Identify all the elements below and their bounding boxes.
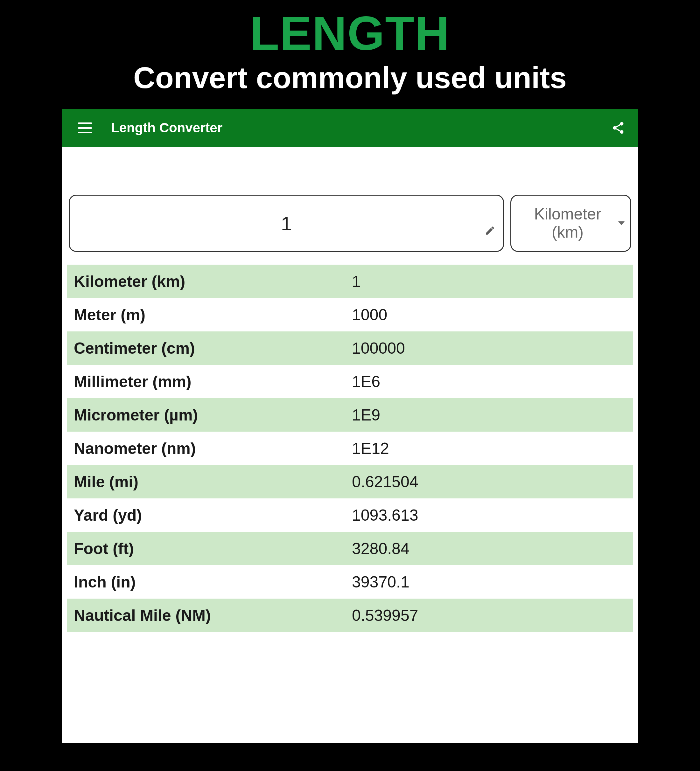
input-row: 1 Kilometer (km) <box>67 195 633 252</box>
value-input-text: 1 <box>281 212 292 235</box>
result-value: 1093.613 <box>350 506 633 524</box>
result-row: Inch (in)39370.1 <box>67 565 633 599</box>
result-row: Nanometer (nm)1E12 <box>67 432 633 465</box>
result-label: Micrometer (µm) <box>67 406 350 424</box>
result-row: Millimeter (mm)1E6 <box>67 365 633 398</box>
result-label: Millimeter (mm) <box>67 372 350 391</box>
result-row: Micrometer (µm)1E9 <box>67 398 633 432</box>
result-label: Yard (yd) <box>67 506 350 524</box>
share-icon[interactable] <box>611 121 625 135</box>
result-row: Yard (yd)1093.613 <box>67 498 633 532</box>
app-bar: Length Converter <box>62 109 638 147</box>
value-input[interactable]: 1 <box>69 195 504 252</box>
result-label: Centimeter (cm) <box>67 339 350 358</box>
hamburger-menu-icon[interactable] <box>78 122 92 133</box>
result-value: 1 <box>350 272 633 291</box>
content-area: 1 Kilometer (km) Kilometer (km)1Meter (m… <box>62 147 638 743</box>
results-list: Kilometer (km)1Meter (m)1000Centimeter (… <box>67 265 633 632</box>
result-value: 0.621504 <box>350 473 633 491</box>
result-row: Foot (ft)3280.84 <box>67 532 633 565</box>
result-label: Nanometer (nm) <box>67 439 350 458</box>
result-value: 100000 <box>350 339 633 358</box>
unit-select-label: Kilometer (km) <box>518 205 618 242</box>
result-label: Inch (in) <box>67 573 350 591</box>
result-label: Kilometer (km) <box>67 272 350 291</box>
result-value: 1000 <box>350 306 633 324</box>
result-label: Nautical Mile (NM) <box>67 606 350 625</box>
result-row: Meter (m)1000 <box>67 298 633 332</box>
result-value: 3280.84 <box>350 540 633 558</box>
edit-pencil-icon <box>485 218 495 229</box>
app-bar-title: Length Converter <box>111 120 222 135</box>
hero-subtitle: Convert commonly used units <box>0 60 700 95</box>
result-label: Mile (mi) <box>67 473 350 491</box>
result-value: 1E6 <box>350 372 633 391</box>
chevron-down-icon <box>618 221 625 225</box>
svg-point-1 <box>613 126 617 130</box>
result-label: Foot (ft) <box>67 540 350 558</box>
unit-select[interactable]: Kilometer (km) <box>510 195 631 252</box>
result-row: Kilometer (km)1 <box>67 265 633 298</box>
result-value: 39370.1 <box>350 573 633 591</box>
svg-point-0 <box>620 122 623 126</box>
svg-point-2 <box>620 130 623 133</box>
result-row: Centimeter (cm)100000 <box>67 332 633 365</box>
device-frame: Length Converter 1 <box>62 109 638 743</box>
result-value: 0.539957 <box>350 606 633 625</box>
result-row: Nautical Mile (NM)0.539957 <box>67 599 633 632</box>
result-row: Mile (mi)0.621504 <box>67 465 633 498</box>
hero-title: LENGTH <box>0 0 700 57</box>
result-label: Meter (m) <box>67 306 350 324</box>
result-value: 1E12 <box>350 439 633 458</box>
result-value: 1E9 <box>350 406 633 424</box>
